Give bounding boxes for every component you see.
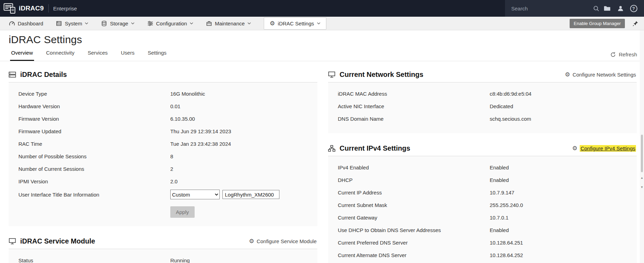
section-title: iDRAC Service Module: [20, 237, 95, 245]
highlighted-link-text: Configure IPv4 Settings: [580, 145, 636, 152]
scrollbar[interactable]: ▲ ▼: [640, 30, 644, 263]
ipv4-settings-card: Current IPv4 Settings ⚙ Configure IPv4 S…: [328, 141, 637, 263]
help-icon[interactable]: ?: [628, 3, 639, 14]
configuration-icon: [147, 21, 153, 26]
detail-row: IPMI Version 2.0: [9, 175, 317, 188]
search-input[interactable]: [511, 6, 590, 11]
search-icon[interactable]: [593, 5, 600, 12]
monitor-icon: [328, 71, 335, 78]
section-title: Current Network Settings: [340, 71, 423, 79]
nav-label: Maintenance: [215, 21, 245, 26]
network-settings-card: Current Network Settings ⚙ Configure Net…: [328, 67, 637, 133]
service-module-title-wrap: iDRAC Service Module: [9, 237, 95, 245]
pin-icon[interactable]: [633, 21, 638, 26]
nav-item-maintenance[interactable]: Maintenance: [206, 17, 251, 30]
title-bar-text-input[interactable]: [222, 190, 279, 199]
server-icon: [9, 71, 16, 78]
masthead: iDRAC9 Enterprise ?: [0, 0, 644, 17]
apply-button[interactable]: Apply: [170, 206, 195, 218]
tab-settings[interactable]: Settings: [147, 50, 168, 61]
idrac-details-header: iDRAC Details: [9, 67, 317, 82]
detail-row: iDRAC MAC Address c8:4b:d6:9d:e5:04: [328, 87, 637, 100]
network-settings-body: iDRAC MAC Address c8:4b:d6:9d:e5:04 Acti…: [328, 82, 637, 133]
nav-item-system[interactable]: System: [56, 17, 88, 30]
nav-item-dashboard[interactable]: Dashboard: [9, 17, 43, 30]
title-bar-row: User Interface Title Bar Information Cus…: [9, 188, 317, 201]
idrac-details-body: Device Type 16G Monolithic Hardware Vers…: [9, 82, 317, 226]
search-box: [511, 5, 600, 12]
monitor-icon: [9, 238, 16, 245]
tab-users[interactable]: Users: [120, 50, 136, 61]
tab-services[interactable]: Services: [87, 50, 109, 61]
detail-row: Active NIC Interface Dedicated: [328, 100, 637, 112]
ipv4-settings-body: IPv4 Enabled Enabled DHCP Enabled Curren…: [328, 156, 637, 263]
brand-name: iDRAC9: [19, 5, 44, 12]
refresh-icon: [610, 52, 616, 57]
detail-row: Firmware Updated Thu Jun 29 12:39:14 202…: [9, 125, 317, 137]
brand-edition: Enterprise: [53, 6, 77, 11]
maintenance-icon: [206, 21, 212, 26]
detail-row: Current Alternate DNS Server 10.128.64.2…: [328, 249, 637, 261]
nav-label: Dashboard: [18, 21, 43, 26]
gear-icon: ⚙: [270, 21, 275, 26]
tab-connectivity[interactable]: Connectivity: [45, 50, 76, 61]
detail-row: Status Running: [9, 254, 317, 263]
configure-service-module-link[interactable]: ⚙ Configure Service Module: [249, 238, 317, 244]
folder-icon[interactable]: [602, 3, 613, 14]
enable-group-manager-button[interactable]: Enable Group Manager: [570, 19, 625, 28]
detail-row: IPv4 Enabled Enabled: [328, 161, 637, 174]
service-module-body: Status Running: [9, 249, 317, 263]
detail-row: Device Type 16G Monolithic: [9, 87, 317, 100]
user-icon[interactable]: [615, 3, 626, 14]
chevron-down-icon: [317, 22, 320, 24]
detail-row: Current Gateway 10.7.0.1: [328, 211, 637, 224]
refresh-label: Refresh: [619, 51, 637, 57]
service-module-card: iDRAC Service Module ⚙ Configure Service…: [9, 234, 317, 263]
network-tree-icon: [328, 145, 335, 152]
chevron-down-icon: [85, 22, 88, 24]
configure-network-settings-link[interactable]: ⚙ Configure Network Settings: [565, 72, 636, 78]
network-settings-title-wrap: Current Network Settings: [328, 71, 423, 79]
nav-label: Configuration: [156, 21, 187, 26]
scroll-up-icon[interactable]: ▲: [640, 175, 644, 181]
system-icon: [56, 21, 62, 26]
gear-icon: ⚙: [249, 238, 254, 244]
page-title: iDRAC Settings: [9, 34, 644, 46]
scroll-down-icon[interactable]: ▼: [640, 184, 644, 190]
nav-label: System: [65, 21, 82, 26]
idrac-details-card: iDRAC Details Device Type 16G Monolithic…: [9, 67, 317, 226]
help-glyph: ?: [630, 5, 637, 12]
section-title: Current IPv4 Settings: [340, 144, 410, 152]
tab-overview[interactable]: Overview: [10, 50, 34, 61]
chevron-down-icon: [247, 22, 251, 24]
chevron-down-icon: [131, 22, 134, 24]
title-bar-mode-select[interactable]: Custom: [170, 190, 220, 199]
chevron-down-icon: [190, 22, 193, 24]
nav-item-idrac-settings[interactable]: ⚙ iDRAC Settings: [264, 17, 326, 30]
nav-label: Storage: [110, 21, 128, 26]
nav-item-configuration[interactable]: Configuration: [147, 17, 193, 30]
detail-row: Number of Possible Sessions 8: [9, 150, 317, 162]
nav-label: iDRAC Settings: [278, 21, 314, 26]
nav-right: Enable Group Manager: [570, 17, 644, 30]
configure-ipv4-settings-link[interactable]: ⚙ Configure IPv4 Settings: [572, 145, 636, 152]
left-column: iDRAC Details Device Type 16G Monolithic…: [9, 67, 317, 263]
idrac-logo-icon: [3, 3, 15, 14]
refresh-button[interactable]: Refresh: [610, 51, 637, 61]
dashboard-icon: [9, 21, 15, 26]
detail-row: Firmware Version 6.10.35.00: [9, 112, 317, 125]
detail-row: Use DHCP to Obtain DNS Server Addresses …: [328, 224, 637, 236]
right-column: Current Network Settings ⚙ Configure Net…: [328, 67, 637, 263]
detail-row: Number of Current Sessions 2: [9, 162, 317, 175]
nav-item-storage[interactable]: Storage: [101, 17, 134, 30]
detail-row: DNS Domain Name schq.secious.com: [328, 112, 637, 125]
detail-row: Current Subnet Mask 255.255.240.0: [328, 199, 637, 211]
tab-bar: Overview Connectivity Services Users Set…: [0, 50, 644, 61]
detail-row: RAC Time Tue Jan 23 23:42:38 2024: [9, 137, 317, 150]
scrollbar-thumb[interactable]: [641, 135, 643, 172]
storage-icon: [101, 21, 107, 26]
detail-row: Current IP Address 10.7.9.147: [328, 186, 637, 199]
gear-icon: ⚙: [565, 72, 570, 78]
detail-row: Hardware Version 0.01: [9, 100, 317, 112]
masthead-right: ?: [505, 0, 644, 17]
